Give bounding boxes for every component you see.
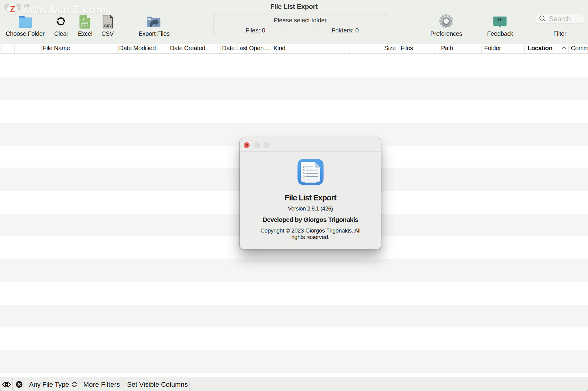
svg-text:X: X (82, 17, 85, 22)
svg-text:”: ” (497, 16, 502, 27)
svg-text:CSV: CSV (104, 24, 112, 28)
